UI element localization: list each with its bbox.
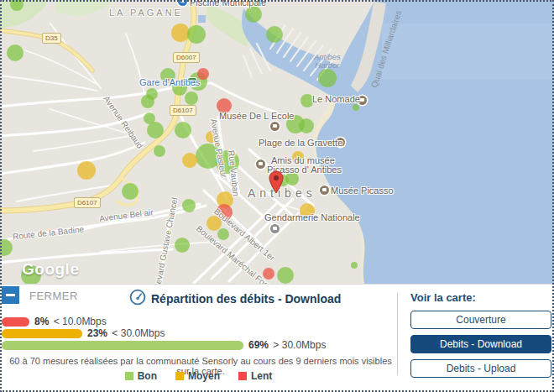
legend-item: Moyen <box>175 370 220 382</box>
water-label-antibes-harbor: Antibes Harbor <box>314 53 341 70</box>
measurement-dot <box>245 6 262 23</box>
measurement-dot <box>182 199 196 212</box>
measurement-dot <box>77 161 96 180</box>
road-badge-d35: D35 <box>42 33 61 44</box>
distribution-bar-label: 8% < 10.0Mbps <box>34 316 107 327</box>
harbor-label-line2: Harbor <box>314 61 341 70</box>
legend-swatch <box>238 372 247 380</box>
legend-item: Lent <box>238 370 272 382</box>
legend-label: Moyen <box>188 370 220 382</box>
measurement-dot <box>182 153 197 168</box>
map-type-button-debits-download[interactable]: Debits - Download <box>410 335 551 353</box>
poi-label-musee-picasso: Musée Picasso <box>331 186 394 196</box>
measurement-dot <box>187 25 206 44</box>
poi-label-plage-gravette: Plage de la Gravette <box>259 138 342 148</box>
sidebar-heading: Voir la carte: <box>410 291 476 304</box>
legend: BonMoyenLent <box>0 370 397 382</box>
close-panel-label[interactable]: FERMER <box>29 290 78 302</box>
distribution-bar-row: 23% < 30.0Mbps <box>2 328 165 338</box>
minus-icon <box>6 294 15 296</box>
measurement-dot <box>147 122 164 139</box>
poi-label-musee-ecole: Musée De L Ecole <box>219 111 294 121</box>
measurement-dot <box>266 26 283 43</box>
map-type-button-debits-upload[interactable]: Debits - Upload <box>410 359 551 378</box>
measurement-dot <box>122 183 138 200</box>
police-icon <box>270 224 280 233</box>
measurement-dot <box>353 104 359 111</box>
road-badge-d6107: D6107 <box>170 105 196 116</box>
museum-icon <box>270 122 280 131</box>
measurement-dot <box>7 44 24 61</box>
distribution-bar <box>2 341 243 350</box>
panel-divider <box>397 293 398 375</box>
close-panel-button[interactable] <box>2 286 19 304</box>
legend-swatch <box>125 372 133 380</box>
poi-label-gare: Gare d'Antibes <box>139 77 200 87</box>
measurement-dot <box>175 122 191 139</box>
stats-panel: FERMER Répartition des débits - Download… <box>0 284 554 392</box>
distribution-bar-label: 23% < 30.0Mbps <box>87 327 165 339</box>
measurement-dot <box>141 95 154 108</box>
legend-swatch <box>175 372 184 380</box>
google-logo[interactable]: Google <box>22 260 79 279</box>
distribution-bar <box>2 317 29 327</box>
legend-label: Lent <box>251 370 272 382</box>
measurement-dot <box>277 267 294 284</box>
legend-label: Bon <box>138 370 157 382</box>
road-badge-d6007: D6007 <box>173 52 200 63</box>
distribution-bar-row: 69% > 30.0Mbps <box>2 340 326 350</box>
map-marker-pin <box>269 170 284 197</box>
speedometer-icon <box>129 289 146 309</box>
poi-label-piscine: Piscine Municipale <box>190 0 266 8</box>
measurement-dot <box>351 262 358 269</box>
legend-item: Bon <box>125 370 157 382</box>
distribution-bar-row: 8% < 10.0Mbps <box>2 316 107 327</box>
map-viewport[interactable]: D35 D6007 D6107 D6107 Piscine Municipale… <box>0 0 554 284</box>
poi-label-le-nomade: Le Nomade <box>312 94 360 104</box>
measurement-dot <box>154 145 165 157</box>
distribution-bar <box>2 329 82 338</box>
map-type-button-couverture[interactable]: Couverture <box>410 311 551 329</box>
measurement-dot <box>217 228 229 240</box>
museum-icon <box>320 186 329 195</box>
area-label-la-pagane: LA PAGANE <box>109 8 183 18</box>
distribution-bar-label: 69% > 30.0Mbps <box>248 339 326 351</box>
map-type-buttons: CouvertureDebits - DownloadDebits - Uplo… <box>410 311 551 378</box>
measurement-dot <box>175 238 190 253</box>
poi-label-gendarmerie: Gendarmerie Nationale <box>264 212 360 222</box>
measurement-dot <box>185 91 198 105</box>
road-badge-d6107b: D6107 <box>74 197 101 208</box>
panel-title: Répartition des débits - Download <box>151 292 341 306</box>
museum-icon <box>256 159 265 169</box>
measurement-dot <box>318 69 337 87</box>
